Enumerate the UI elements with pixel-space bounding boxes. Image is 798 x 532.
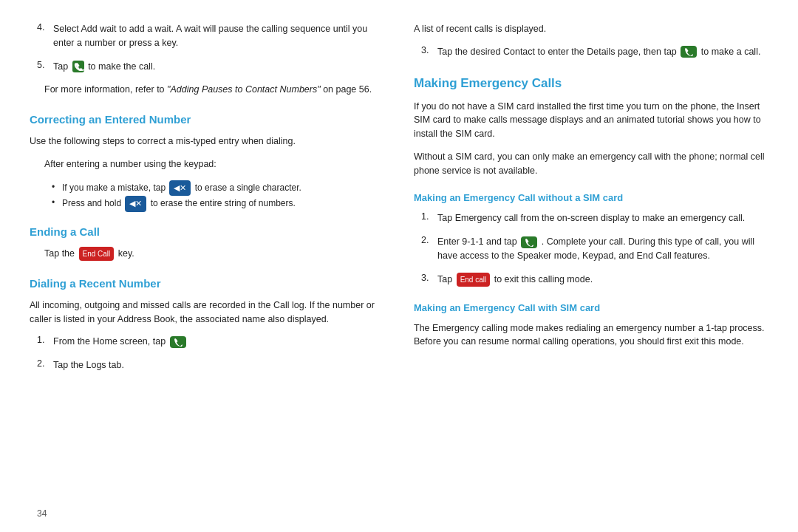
no-sim-num-2: 2. (421, 235, 433, 263)
with-sim-heading: Making an Emergency Call with SIM card (414, 302, 768, 313)
dialing-step-2: 2. Tap the Logs tab. (37, 358, 384, 372)
no-sim-step-2-text: Enter 9-1-1 and tap . Complete your call… (437, 235, 768, 263)
no-sim-num-3: 3. (421, 273, 433, 287)
page-container: 4. Select Add wait to add a wait. A wait… (0, 0, 798, 532)
recent-calls-text: A list of recent calls is displayed. (414, 22, 768, 36)
step-5-item: 5. Tap to make the call. (37, 60, 384, 74)
dialing-step-1-text: From the Home screen, tap (53, 335, 384, 349)
dialing-num-2: 2. (37, 358, 49, 372)
reference-text: For more information, refer to "Adding P… (44, 83, 384, 97)
emergency-body-2: Without a SIM card, you can only make an… (414, 150, 768, 178)
right-step-3-text: Tap the desired Contact to enter the Det… (437, 45, 768, 59)
backspace-hold-icon: ◀✕ (125, 196, 146, 212)
bullet-2: Press and hold ◀✕ to erase the entire st… (52, 196, 384, 212)
call-icon-nosim (521, 236, 537, 248)
call-icon-right (681, 46, 697, 58)
dialing-num-1: 1. (37, 335, 49, 349)
phone-call-icon-left (72, 61, 84, 72)
after-entering-text: After entering a number using the keypad… (44, 157, 384, 171)
no-sim-num-1: 1. (421, 211, 433, 225)
left-column: 4. Select Add wait to add a wait. A wait… (30, 22, 384, 510)
no-sim-step-1-text: Tap Emergency call from the on-screen di… (437, 211, 768, 225)
ending-heading: Ending a Call (30, 225, 384, 238)
step-4-text: Select Add wait to add a wait. A wait wi… (53, 22, 384, 50)
right-column: A list of recent calls is displayed. 3. … (414, 22, 768, 510)
ending-body: Tap the End Call key. (44, 247, 384, 261)
correcting-body: Use the following steps to correct a mis… (30, 134, 384, 149)
right-step-3: 3. Tap the desired Contact to enter the … (421, 45, 768, 59)
step-4-item: 4. Select Add wait to add a wait. A wait… (37, 22, 384, 50)
no-sim-step-1: 1. Tap Emergency call from the on-screen… (421, 211, 768, 225)
right-num-3: 3. (421, 45, 433, 59)
endcall-btn-nosim: End call (457, 273, 491, 287)
bullet-1: If you make a mistake, tap ◀✕ to erase a… (52, 180, 384, 197)
end-call-icon: End Call (79, 247, 115, 261)
page-number: 34 (37, 508, 47, 519)
no-sim-step-3: 3. Tap End call to exit this calling mod… (421, 273, 768, 287)
page-wrapper: 4. Select Add wait to add a wait. A wait… (0, 0, 798, 532)
dialing-body: All incoming, outgoing and missed calls … (30, 299, 384, 327)
emergency-heading: Making Emergency Calls (414, 76, 768, 91)
backspace-icon: ◀✕ (169, 180, 191, 197)
correction-bullets: If you make a mistake, tap ◀✕ to erase a… (52, 180, 384, 212)
step-4-num: 4. (37, 22, 49, 50)
ref-italic: "Adding Pauses to Contact Numbers" (167, 84, 321, 95)
dialing-heading: Dialing a Recent Number (30, 277, 384, 290)
with-sim-body: The Emergency calling mode makes rediali… (414, 321, 768, 349)
step-5-text: Tap to make the call. (53, 60, 384, 74)
no-sim-heading: Making an Emergency Call without a SIM c… (414, 192, 768, 203)
dialing-step-2-text: Tap the Logs tab. (53, 358, 384, 372)
no-sim-step-2: 2. Enter 9-1-1 and tap . Complete your c… (421, 235, 768, 263)
emergency-body-1: If you do not have a SIM card installed … (414, 100, 768, 141)
dialing-step-1: 1. From the Home screen, tap (37, 335, 384, 349)
no-sim-step-3-text: Tap End call to exit this calling mode. (437, 273, 768, 287)
correcting-heading: Correcting an Entered Number (30, 113, 384, 126)
step-5-num: 5. (37, 60, 49, 74)
home-phone-icon (170, 336, 186, 348)
